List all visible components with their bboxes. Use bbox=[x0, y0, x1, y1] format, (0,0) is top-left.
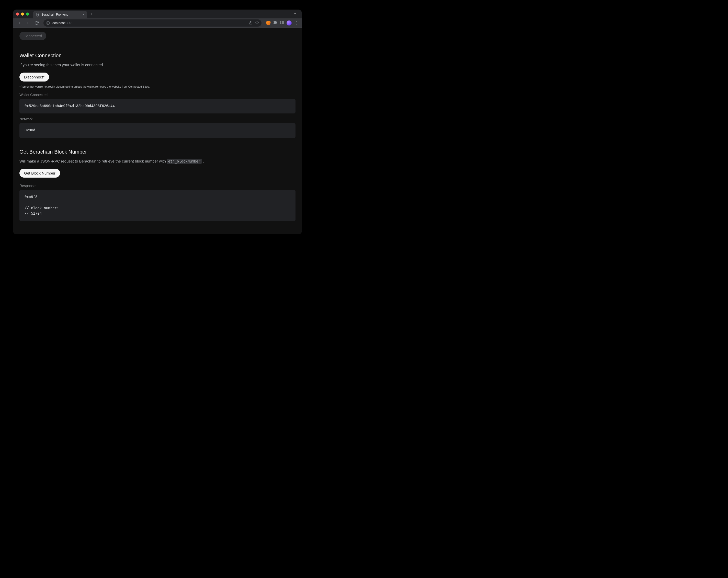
network-value: 0x80d bbox=[20, 123, 295, 138]
site-info-icon[interactable]: i bbox=[46, 21, 50, 25]
response-body: 0xc9f8 // Block Number: // 51704 bbox=[20, 190, 295, 221]
url-port: :3001 bbox=[65, 21, 73, 25]
sidepanel-icon[interactable] bbox=[280, 21, 284, 26]
network-label: Network bbox=[20, 117, 295, 121]
reload-button[interactable] bbox=[33, 20, 40, 26]
share-icon[interactable] bbox=[249, 21, 253, 25]
tabs-dropdown-button[interactable] bbox=[293, 12, 297, 17]
globe-icon bbox=[36, 13, 40, 16]
disconnect-fine-print: *Remember you're not really disconnectin… bbox=[20, 85, 295, 88]
new-tab-button[interactable]: + bbox=[90, 12, 93, 16]
profile-avatar[interactable] bbox=[287, 21, 292, 26]
tab-title: Berachain Frontend bbox=[42, 13, 80, 16]
rpc-method-code: eth_blockNumber bbox=[167, 159, 202, 164]
wallet-address-value: 0x529ca3a690e1bb4e9f04d132bd99d4398f626a… bbox=[20, 99, 295, 114]
toolbar-right: ⋮ bbox=[265, 21, 299, 26]
bookmark-icon[interactable] bbox=[255, 21, 259, 25]
wallet-section-description: If you're seeing this then your wallet i… bbox=[20, 62, 295, 68]
url-host: localhost bbox=[52, 21, 65, 25]
connected-chip[interactable]: Connected bbox=[20, 32, 46, 40]
get-block-number-button[interactable]: Get Block Number bbox=[20, 169, 60, 178]
forward-button[interactable] bbox=[25, 20, 31, 26]
svg-rect-2 bbox=[280, 21, 284, 24]
svg-marker-1 bbox=[255, 21, 259, 24]
minimize-window-button[interactable] bbox=[21, 12, 24, 16]
metamask-extension-icon[interactable] bbox=[266, 21, 271, 25]
close-window-button[interactable] bbox=[16, 12, 19, 16]
maximize-window-button[interactable] bbox=[26, 12, 29, 16]
kebab-menu-icon[interactable]: ⋮ bbox=[294, 21, 298, 25]
block-desc-suffix: . bbox=[202, 159, 204, 163]
close-tab-button[interactable]: × bbox=[82, 13, 84, 16]
browser-tab[interactable]: Berachain Frontend × bbox=[33, 11, 87, 18]
tab-bar: Berachain Frontend × + bbox=[13, 10, 302, 18]
block-desc-prefix: Will make a JSON-RPC request to Berachai… bbox=[20, 159, 167, 163]
extensions-icon[interactable] bbox=[273, 21, 277, 26]
response-label: Response bbox=[20, 184, 295, 188]
address-bar[interactable]: i localhost:3001 bbox=[44, 20, 261, 27]
back-button[interactable] bbox=[16, 20, 23, 26]
block-section-description: Will make a JSON-RPC request to Berachai… bbox=[20, 158, 295, 164]
browser-window: Berachain Frontend × + i localhost:3001 bbox=[13, 10, 302, 234]
divider bbox=[20, 143, 295, 143]
block-section-title: Get Berachain Block Number bbox=[20, 149, 295, 155]
page-content: Connected Wallet Connection If you're se… bbox=[13, 28, 302, 232]
wallet-section-title: Wallet Connection bbox=[20, 53, 295, 58]
browser-toolbar: i localhost:3001 ⋮ bbox=[13, 18, 302, 28]
wallet-address-label: Wallet Connected bbox=[20, 93, 295, 97]
page-viewport: Connected Wallet Connection If you're se… bbox=[13, 28, 302, 234]
window-controls bbox=[16, 12, 29, 16]
disconnect-button[interactable]: Disconnect* bbox=[20, 73, 49, 81]
url-text: localhost:3001 bbox=[52, 21, 73, 25]
